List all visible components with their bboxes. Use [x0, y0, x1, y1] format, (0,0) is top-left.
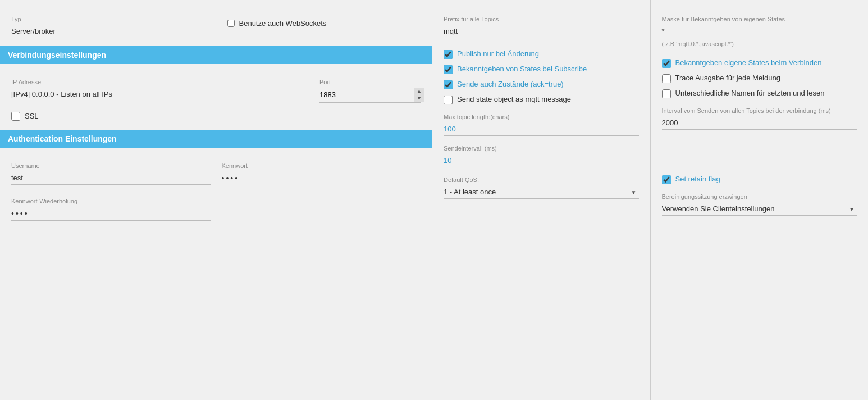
- right-checkboxes-group: Bekanntgeben eigene States beim Verbinde…: [662, 58, 857, 98]
- max-topic-value[interactable]: 100: [444, 122, 639, 136]
- states-subscribe-checkbox[interactable]: [444, 65, 453, 74]
- username-label: Username: [11, 162, 211, 169]
- sende-wrapper: Sende auch Zustände (ack=true): [444, 80, 639, 89]
- bekanntgeben-states-checkbox[interactable]: [662, 59, 671, 68]
- states-subscribe-wrapper: Bekanntgeben von States bei Subscribe: [444, 65, 639, 74]
- password-repeat-row: Kennwort-Wiederholung ••••: [11, 191, 421, 221]
- trace-checkbox[interactable]: [662, 74, 671, 83]
- send-state-wrapper: Send state object as mqtt message: [444, 95, 639, 104]
- interval-group: Interval vom Senden von allen Topics bei…: [662, 107, 857, 130]
- websocket-checkbox[interactable]: [227, 20, 235, 27]
- sendeintervall-label: Sendeintervall (ms): [444, 145, 639, 152]
- sende-label: Sende auch Zustände (ack=true): [457, 80, 564, 89]
- ssl-row: SSL: [11, 112, 421, 121]
- bereinigung-select-wrapper: Verwenden Sie Clienteinstellungen Ja Nei…: [662, 202, 857, 216]
- trace-label: Trace Ausgabe für jede Meldung: [675, 74, 780, 83]
- set-retain-group: Set retain flag: [662, 175, 857, 184]
- unterschiedliche-checkbox[interactable]: [662, 89, 671, 98]
- unterschiedliche-wrapper: Unterschiedliche Namen für setzten und l…: [662, 89, 857, 98]
- ip-label: IP Adresse: [11, 79, 308, 85]
- qos-group: Default QoS: 0 - At most once 1 - At lea…: [444, 176, 639, 199]
- max-topic-label: Max topic length:(chars): [444, 113, 639, 120]
- username-col: Username test: [11, 156, 211, 185]
- bereinigung-select[interactable]: Verwenden Sie Clienteinstellungen Ja Nei…: [662, 202, 857, 216]
- sendeintervall-value[interactable]: 10: [444, 154, 639, 167]
- mask-value[interactable]: *: [662, 25, 857, 38]
- port-label: Port: [319, 79, 421, 85]
- ssl-label: SSL: [25, 112, 39, 120]
- publish-label: Publish nur bei Änderung: [457, 49, 539, 59]
- port-up-button[interactable]: ▲: [414, 88, 424, 95]
- port-input[interactable]: [319, 88, 414, 101]
- interval-label: Interval vom Senden von allen Topics bei…: [662, 107, 857, 114]
- trace-wrapper: Trace Ausgabe für jede Meldung: [662, 74, 857, 83]
- bereinigung-label: Bereinigungssitzung erzwingen: [662, 193, 857, 200]
- typ-select[interactable]: Server/broker Client: [11, 25, 205, 38]
- bekanntgeben-states-label: Bekanntgeben eigene States beim Verbinde…: [675, 58, 822, 68]
- password-col: Kennwort ••••: [222, 156, 421, 185]
- typ-group: Typ Server/broker Client: [11, 9, 205, 38]
- password-repeat-col: Kennwort-Wiederholung ••••: [11, 191, 211, 221]
- typ-label: Typ: [11, 16, 205, 22]
- bekanntgeben-states-wrapper: Bekanntgeben eigene States beim Verbinde…: [662, 58, 857, 68]
- right-left-col: Prefix für alle Topics mqtt Publish nur …: [432, 0, 651, 400]
- ip-select-wrapper: [IPv4] 0.0.0.0 - Listen on all IPs [IPv4…: [11, 88, 308, 101]
- empty-col: [222, 191, 421, 221]
- mask-label: Maske für Bekanntgeben von eigenen State…: [662, 16, 857, 22]
- sende-checkbox[interactable]: [444, 80, 453, 89]
- port-col: Port ▲ ▼: [319, 72, 421, 103]
- password-value[interactable]: ••••: [222, 171, 421, 185]
- websocket-group: Benutze auch WebSockets: [227, 9, 421, 28]
- port-down-button[interactable]: ▼: [414, 95, 424, 102]
- port-spinner: ▲ ▼: [414, 88, 424, 102]
- ssl-checkbox[interactable]: [11, 112, 20, 121]
- password-repeat-value[interactable]: ••••: [11, 207, 211, 221]
- publish-checkbox[interactable]: [444, 50, 453, 59]
- unterschiedliche-label: Unterschiedliche Namen für setzten und l…: [675, 89, 825, 98]
- typ-select-wrapper: Server/broker Client: [11, 25, 205, 38]
- ip-col: IP Adresse [IPv4] 0.0.0.0 - Listen on al…: [11, 72, 308, 103]
- username-password-row: Username test Kennwort ••••: [11, 156, 421, 185]
- section-connection-header: Verbindungseinstellungen: [0, 46, 432, 64]
- default-qos-label: Default QoS:: [444, 176, 639, 183]
- qos-select[interactable]: 0 - At most once 1 - At least once 2 - E…: [444, 185, 639, 199]
- set-retain-wrapper: Set retain flag: [662, 175, 857, 184]
- left-panel: Typ Server/broker Client Benutze auch We…: [0, 0, 432, 400]
- checkboxes-group: Publish nur bei Änderung Bekanntgeben vo…: [444, 49, 639, 104]
- ip-port-row: IP Adresse [IPv4] 0.0.0.0 - Listen on al…: [11, 72, 421, 103]
- send-state-checkbox[interactable]: [444, 96, 453, 104]
- port-input-wrapper: ▲ ▼: [319, 88, 421, 103]
- set-retain-label: Set retain flag: [675, 175, 720, 184]
- set-retain-checkbox[interactable]: [662, 175, 671, 184]
- prefix-value[interactable]: mqtt: [444, 25, 639, 38]
- websocket-label: Benutze auch WebSockets: [239, 19, 327, 28]
- username-value[interactable]: test: [11, 171, 211, 185]
- max-topic-group: Max topic length:(chars) 100: [444, 113, 639, 136]
- section-auth-header: Authentication Einstellungen: [0, 130, 432, 148]
- password-repeat-label: Kennwort-Wiederholung: [11, 198, 211, 204]
- right-right-col: Maske für Bekanntgeben von eigenen State…: [651, 0, 869, 400]
- prefix-label: Prefix für alle Topics: [444, 16, 639, 22]
- top-row: Typ Server/broker Client Benutze auch We…: [11, 9, 421, 38]
- qos-select-wrapper: 0 - At most once 1 - At least once 2 - E…: [444, 185, 639, 199]
- password-label: Kennwort: [222, 162, 421, 169]
- mask-hint: ( z.B 'mqtt.0.*.javascript.*'): [662, 40, 857, 47]
- publish-wrapper: Publish nur bei Änderung: [444, 49, 639, 59]
- states-subscribe-label: Bekanntgeben von States bei Subscribe: [457, 65, 587, 74]
- bereinigung-group: Bereinigungssitzung erzwingen Verwenden …: [662, 193, 857, 216]
- sendeintervall-group: Sendeintervall (ms) 10: [444, 145, 639, 167]
- interval-value[interactable]: 2000: [662, 116, 857, 130]
- right-panel: Prefix für alle Topics mqtt Publish nur …: [432, 0, 868, 400]
- ip-select[interactable]: [IPv4] 0.0.0.0 - Listen on all IPs [IPv4…: [11, 88, 308, 101]
- send-state-label: Send state object as mqtt message: [457, 95, 571, 104]
